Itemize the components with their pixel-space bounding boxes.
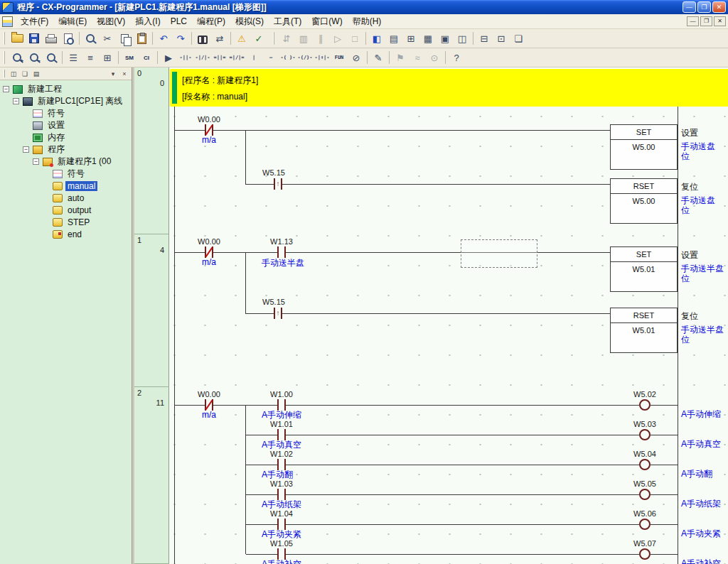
plc-settings-button[interactable]: ▣ [437, 31, 454, 46]
ladder-cursor-cell[interactable] [461, 239, 537, 268]
time-chart-button[interactable]: ⊙ [426, 50, 443, 65]
expand-toggle[interactable]: − [33, 158, 39, 165]
menu-file[interactable]: 文件(F) [16, 13, 53, 30]
zoom-out-button[interactable]: − [26, 50, 43, 65]
paste-button[interactable] [133, 31, 150, 46]
select-tool-button[interactable]: ▶ [160, 50, 177, 65]
set-instruction-block[interactable]: SET W5.00 [610, 124, 678, 170]
properties-button[interactable]: ❏ [510, 31, 527, 46]
work-online-button[interactable]: ⇵ [278, 31, 295, 46]
save-project-button[interactable] [26, 31, 43, 46]
mdi-close-button[interactable]: ✕ [714, 16, 726, 26]
menu-plc[interactable]: PLC [166, 14, 192, 28]
search-button[interactable] [82, 31, 99, 46]
watch-window-button[interactable]: ⊡ [493, 31, 510, 46]
output-coil[interactable] [639, 399, 651, 411]
zoom-fit-button[interactable] [43, 50, 60, 65]
show-annotations-button[interactable]: ≡ [82, 50, 99, 65]
tree-item-section-step[interactable]: STEP [0, 216, 132, 228]
rising-edge-contact[interactable]: ↑ [274, 308, 282, 319]
workspace-grip[interactable] [4, 70, 6, 77]
tree-item-program1-symbols[interactable]: 符号 [0, 168, 132, 180]
undo-button[interactable]: ↶ [155, 31, 172, 46]
new-function-button[interactable]: FUN [331, 50, 348, 65]
rising-contact-button[interactable]: -|↑|- [314, 50, 331, 65]
expand-toggle[interactable]: − [13, 98, 19, 104]
pause-monitor-button[interactable]: ∥ [312, 31, 329, 46]
rung0-margin-cell[interactable]: 0 0 [134, 67, 169, 234]
data-trace-button[interactable]: ≈ [409, 50, 426, 65]
output-coil[interactable] [639, 519, 651, 530]
differential-trace-button[interactable]: ⚑ [392, 50, 409, 65]
mdi-restore-button[interactable]: ❐ [700, 16, 712, 26]
run-mode-button[interactable]: ▷ [329, 31, 346, 46]
mnemonic-view-button[interactable]: ▤ [385, 31, 402, 46]
cross-reference-button[interactable]: ⊟ [476, 31, 493, 46]
tree-item-section-end[interactable]: end [0, 228, 132, 240]
menu-window[interactable]: 窗口(W) [306, 13, 347, 30]
rset-instruction-block[interactable]: RSET W5.00 [610, 178, 678, 224]
print-button[interactable] [43, 31, 60, 46]
show-comments-button[interactable]: ☰ [65, 50, 82, 65]
symbol-table-button[interactable]: ⊞ [402, 31, 419, 46]
workspace-views-button[interactable]: ▤ [31, 69, 42, 79]
output-coil[interactable] [639, 489, 651, 500]
rset-instruction-block[interactable]: RSET W5.01 [610, 308, 678, 353]
menu-help[interactable]: 帮助(H) [348, 13, 387, 30]
tree-item-section-auto[interactable]: auto [0, 192, 132, 204]
horizontal-line-button[interactable]: — [262, 50, 279, 65]
output-coil[interactable] [639, 459, 651, 470]
menu-simulation[interactable]: 模拟(S) [230, 13, 269, 30]
tree-item-symbols[interactable]: 符号 [0, 107, 132, 119]
menu-edit[interactable]: 编辑(E) [53, 13, 92, 30]
edit-comment-button[interactable]: ✎ [370, 50, 387, 65]
no-contact[interactable] [277, 246, 286, 258]
program-check-button[interactable]: ✓ [250, 31, 267, 46]
tree-item-section-manual[interactable]: manual [0, 180, 132, 192]
copy-button[interactable] [116, 31, 133, 46]
io-table-button[interactable]: ▦ [419, 31, 437, 46]
rung1-margin-cell[interactable]: 1 4 [134, 234, 169, 387]
rising-edge-contact[interactable]: ↑ [274, 178, 282, 190]
minimize-button[interactable]: — [682, 1, 696, 13]
compile-button[interactable]: ⚠ [233, 31, 250, 46]
new-closed-contact-button[interactable]: -|/|- [194, 50, 211, 65]
help-button[interactable]: ? [448, 50, 465, 65]
workspace-float-button[interactable]: ❏ [19, 69, 31, 79]
menu-insert[interactable]: 插入(I) [130, 13, 165, 30]
invert-instruction-button[interactable]: ⊘ [348, 50, 365, 65]
open-project-button[interactable] [9, 31, 26, 46]
expand-toggle[interactable]: − [23, 146, 29, 153]
ladder-view-button[interactable]: ◧ [368, 31, 385, 46]
output-coil[interactable] [639, 548, 651, 560]
redo-button[interactable]: ↷ [172, 31, 189, 46]
workspace-close-button[interactable]: × [119, 69, 130, 79]
nc-contact[interactable] [205, 399, 213, 411]
vertical-line-button[interactable]: | [245, 50, 262, 65]
find-button[interactable] [194, 31, 211, 46]
tree-item-programs[interactable]: −程序 [0, 143, 132, 156]
print-preview-button[interactable] [60, 31, 77, 46]
restore-button[interactable]: ❐ [697, 1, 711, 13]
grid-toggle-button[interactable]: ⊞ [99, 50, 116, 65]
monitor-mode-button[interactable]: ▥ [295, 31, 312, 46]
tree-item-section-output[interactable]: output [0, 204, 132, 216]
zoom-in-button[interactable]: + [9, 50, 26, 65]
tree-item-program1[interactable]: −新建程序1 (00 [0, 156, 132, 168]
menu-tools[interactable]: 工具(T) [269, 13, 306, 30]
workspace-menu-button[interactable]: ▾ [107, 69, 119, 79]
new-coil-button[interactable]: -( )- [279, 50, 296, 65]
tree-item-memory[interactable]: 内存 [0, 131, 132, 143]
tree-item-plc[interactable]: −新建PLC1[CP1E] 离线 [0, 95, 132, 107]
io-comment-button[interactable]: CI [138, 50, 155, 65]
replace-button[interactable]: ⇄ [211, 31, 228, 46]
show-mnemonics-button[interactable]: SM [121, 50, 138, 65]
set-instruction-block[interactable]: SET W5.01 [610, 246, 678, 292]
close-button[interactable]: ✕ [712, 1, 726, 13]
rung2-margin-cell[interactable]: 2 11 [134, 387, 169, 564]
tree-item-project-root[interactable]: −新建工程 [0, 83, 132, 95]
nc-contact[interactable] [205, 124, 213, 136]
tree-item-settings[interactable]: 设置 [0, 119, 132, 131]
new-closed-coil-button[interactable]: -(/)- [296, 50, 314, 65]
menu-program[interactable]: 编程(P) [192, 13, 230, 30]
